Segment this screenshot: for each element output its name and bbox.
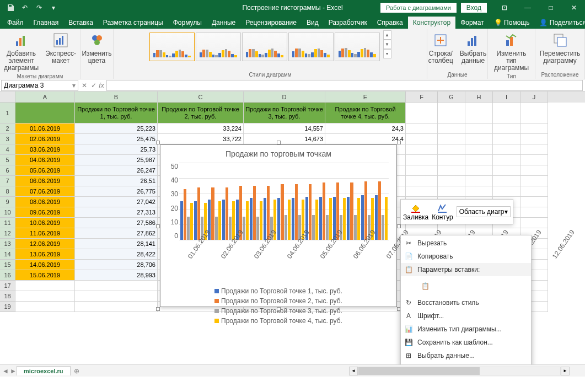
value-cell[interactable]: 24,4	[325, 134, 406, 144]
outline-button[interactable]: Контур	[432, 203, 453, 221]
row-header[interactable]: 3	[0, 134, 15, 144]
date-cell[interactable]: 09.06.2019	[15, 207, 75, 218]
row-header[interactable]: 16	[0, 270, 15, 281]
login-button[interactable]: Вход	[461, 3, 487, 13]
value-cell[interactable]: 28,141	[75, 239, 158, 249]
header-cell[interactable]: Продажи по Торговой точке 2, тыс. руб.	[158, 103, 244, 123]
date-cell[interactable]: 04.06.2019	[15, 155, 75, 165]
row-header[interactable]: 9	[0, 197, 15, 207]
date-cell[interactable]: 13.06.2019	[15, 249, 75, 260]
row-header[interactable]: 6	[0, 165, 15, 176]
row-header[interactable]: 5	[0, 155, 15, 165]
date-cell[interactable]: 03.06.2019	[15, 144, 75, 155]
tab-рецензирование[interactable]: Рецензирование	[240, 17, 302, 29]
date-cell[interactable]: 12.06.2019	[15, 239, 75, 249]
col-header[interactable]: A	[15, 92, 75, 103]
col-header[interactable]: B	[75, 92, 158, 103]
value-cell[interactable]: 25,73	[75, 144, 158, 155]
chart-plot-area[interactable]: 50403020100	[179, 163, 389, 240]
row-header[interactable]: 14	[0, 249, 15, 260]
value-cell[interactable]: 33,224	[158, 123, 244, 134]
col-header[interactable]: F	[406, 92, 438, 103]
express-layout-button[interactable]: Экспресс-макет	[43, 30, 78, 66]
date-cell[interactable]: 06.06.2019	[15, 176, 75, 186]
value-cell[interactable]: 27,862	[75, 228, 158, 239]
row-header[interactable]: 8	[0, 186, 15, 197]
value-cell[interactable]: 25,223	[75, 123, 158, 134]
col-header[interactable]: I	[493, 92, 520, 103]
ctx-изменить-тип-диаграммы---[interactable]: 📊Изменить тип диаграммы...	[401, 323, 531, 336]
date-cell[interactable]: 01.06.2019	[15, 123, 75, 134]
date-cell[interactable]: 15.06.2019	[15, 270, 75, 281]
chart-style-1[interactable]	[149, 33, 195, 61]
formula-bar[interactable]	[106, 80, 583, 91]
worksheet-grid[interactable]: ABCDEFGHIJ 1Продажи по Торговой точке 1,…	[0, 92, 585, 364]
value-cell[interactable]: 14,673	[244, 134, 325, 144]
date-cell[interactable]: 14.06.2019	[15, 260, 75, 270]
col-header[interactable]: C	[158, 92, 244, 103]
date-cell[interactable]: 08.06.2019	[15, 197, 75, 207]
value-cell[interactable]: 26,775	[75, 186, 158, 197]
value-cell[interactable]: 27,313	[75, 207, 158, 218]
switch-row-col-button[interactable]: Строка/столбец	[426, 30, 455, 66]
qat-dropdown-icon[interactable]: ▾	[47, 2, 60, 14]
chart-object[interactable]: Продажи по торговым точкам 50403020100 0…	[160, 144, 397, 307]
tab-главная[interactable]: Главная	[29, 17, 64, 29]
tab-справка[interactable]: Справка	[372, 17, 408, 29]
change-chart-type-button[interactable]: Изменить тип диаграммы	[491, 30, 532, 73]
gallery-more-icon[interactable]: ▾	[383, 49, 391, 58]
fx-icon[interactable]: fx	[99, 82, 106, 89]
ctx-вырезать[interactable]: ✂Вырезать	[401, 237, 531, 250]
save-icon[interactable]	[4, 2, 17, 14]
sheet-nav-prev-icon[interactable]: ◄	[2, 367, 9, 375]
horizontal-scrollbar[interactable]: ◄►	[349, 367, 570, 375]
select-all-corner[interactable]	[0, 92, 15, 103]
col-header[interactable]: E	[325, 92, 406, 103]
add-chart-element-button[interactable]: Добавить элемент диаграммы	[2, 30, 41, 73]
header-cell[interactable]	[15, 103, 75, 123]
ctx-переместить-диаграмму---[interactable]: ⬚Переместить диаграмму...	[401, 362, 531, 364]
chart-style-3[interactable]	[242, 33, 287, 61]
chart-style-2[interactable]	[196, 33, 241, 61]
tab-формулы[interactable]: Формулы	[168, 17, 207, 29]
col-header[interactable]: D	[244, 92, 325, 103]
tab-данные[interactable]: Данные	[207, 17, 240, 29]
row-header[interactable]: 18	[0, 291, 15, 302]
ribbon-options-icon[interactable]: ⊡	[493, 0, 516, 15]
ctx-шрифт---[interactable]: AШрифт...	[401, 309, 531, 323]
col-header[interactable]: H	[465, 92, 493, 103]
tab-вид[interactable]: Вид	[302, 17, 324, 29]
close-icon[interactable]: ✕	[563, 0, 585, 15]
value-cell[interactable]: 27,586	[75, 218, 158, 228]
tab-разработчик[interactable]: Разработчик	[324, 17, 372, 29]
value-cell[interactable]: 33,722	[158, 134, 244, 144]
tab-разметка страницы[interactable]: Разметка страницы	[98, 17, 168, 29]
ctx-копировать[interactable]: 📄Копировать	[401, 250, 531, 263]
minimize-icon[interactable]: ―	[517, 0, 539, 15]
gallery-up-icon[interactable]: ▲	[383, 30, 391, 40]
value-cell[interactable]: 27,042	[75, 197, 158, 207]
row-header[interactable]: 10	[0, 207, 15, 218]
tab-вставка[interactable]: Вставка	[63, 17, 98, 29]
gallery-down-icon[interactable]: ▼	[383, 40, 391, 49]
undo-icon[interactable]: ↶	[19, 2, 31, 14]
paste-option-icon[interactable]: 📋	[417, 278, 433, 294]
tab-конструктор[interactable]: Конструктор	[408, 17, 455, 29]
cancel-formula-icon[interactable]: ✕	[82, 82, 87, 89]
chart-title[interactable]: Продажи по торговым точкам	[160, 145, 396, 158]
fill-button[interactable]: Заливка	[403, 203, 428, 221]
redo-icon[interactable]: ↷	[33, 2, 45, 14]
chart-style-4[interactable]	[288, 33, 334, 61]
change-colors-button[interactable]: Изменить цвета	[79, 30, 114, 66]
share-button[interactable]: 👤 Поделиться	[534, 17, 585, 29]
value-cell[interactable]: 26,51	[75, 176, 158, 186]
row-header[interactable]: 4	[0, 144, 15, 155]
value-cell[interactable]: 25,987	[75, 155, 158, 165]
date-cell[interactable]: 07.06.2019	[15, 186, 75, 197]
col-header[interactable]: G	[438, 92, 465, 103]
chart-styles-gallery[interactable]	[149, 30, 380, 61]
row-header[interactable]: 19	[0, 302, 15, 312]
chart-style-5[interactable]	[335, 33, 380, 61]
value-cell[interactable]: 28,993	[75, 270, 158, 281]
move-chart-button[interactable]: Переместить диаграмму	[538, 30, 583, 66]
